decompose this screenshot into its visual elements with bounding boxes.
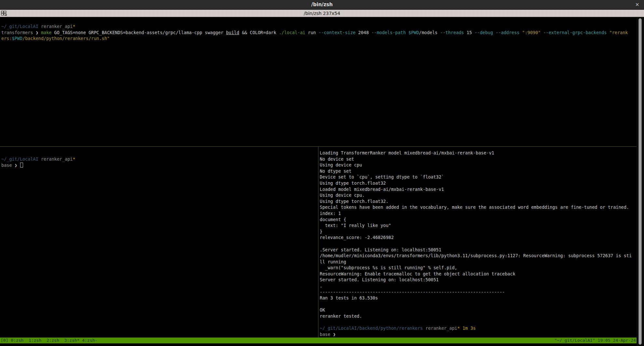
text-segment: /backend/python/rerankers/run.sh"	[22, 36, 110, 41]
text-segment: reranker_api	[41, 24, 73, 29]
text-segment	[423, 326, 425, 331]
text-segment: transformers	[1, 30, 36, 35]
terminal-line: Loaded model mixedbread-ai/mxbai-rerank-…	[320, 186, 637, 193]
text-segment: ❯	[15, 163, 20, 168]
pane-bottom-left[interactable]: ~/_git/LocalAI reranker_api* base ❯	[0, 147, 318, 338]
terminal-line: No dtype set	[320, 168, 637, 174]
prompt-input-line: base ❯	[320, 331, 637, 338]
text-segment: 1m 3s	[463, 326, 476, 331]
text-segment: ~/_git/LocalAI	[1, 156, 38, 162]
text-segment: $PWD	[12, 36, 23, 41]
window-title: /bin/zsh	[0, 2, 644, 7]
terminal-line: ll running	[320, 259, 637, 265]
terminal-line: Loading TransformerRanker model mixedbre…	[320, 150, 637, 156]
terminal-line: Special tokens have been added in the vo…	[320, 204, 637, 210]
tmux-status-bar: [0] 0:zsh 1:zsh 2:zsh 3:zsh* 4:zsh- "~/_…	[0, 338, 637, 343]
pane-right[interactable]: Loading TransformerRanker model mixedbre…	[318, 147, 637, 338]
terminal-line: /home/mudler/miniconda3/envs/transformer…	[320, 253, 637, 259]
text-segment: *	[73, 156, 75, 162]
text-segment: base	[1, 163, 15, 168]
terminal-line: Using dtype torch.float32.	[320, 198, 637, 205]
terminal-line: Ran 3 tests in 63.530s	[320, 295, 637, 301]
text-segment	[38, 24, 41, 29]
terminal-line: OK	[320, 307, 637, 313]
prompt-line: ~/_git/LocalAI reranker_api*	[1, 23, 637, 30]
terminal-line: ----------------------------------------…	[320, 289, 637, 295]
terminal-line: Server started. Listening on: localhost:…	[320, 277, 637, 283]
text-segment: --models-path	[371, 30, 406, 35]
terminal-line: Using device cpu	[320, 162, 637, 168]
text-segment: ./local-ai	[279, 30, 305, 35]
text-segment: 15	[464, 30, 475, 35]
terminal-line: text: "I really like you"	[320, 222, 637, 229]
terminal-line: reranker tested.	[320, 313, 637, 319]
terminal-line: Using device cpu.	[320, 192, 637, 198]
tab-bar[interactable]: /bin/zsh 237x54	[0, 10, 644, 17]
text-segment: --context-size	[318, 30, 356, 35]
text-segment	[406, 30, 409, 35]
terminal-line	[320, 241, 637, 247]
command-line-wrap: ers:$PWD/backend/python/rerankers/run.sh…	[1, 35, 637, 42]
terminal-line: _warn("subprocess %s is still running" %…	[320, 265, 637, 271]
prompt-text: base ❯	[1, 163, 20, 168]
terminal-line: document {	[320, 217, 637, 223]
text-segment: --threads	[440, 30, 464, 35]
text-segment: build	[226, 30, 239, 35]
text-segment: reranker_api	[41, 156, 73, 162]
prompt-input-line: base ❯	[1, 162, 318, 168]
text-segment: && COLOR=dark	[239, 30, 279, 35]
command-line: transformers ❯ make GO_TAGS=none GRPC_BA…	[1, 30, 637, 36]
prompt-line: ~/_git/LocalAI/backend/python/rerankers …	[320, 325, 637, 331]
terminal-line: .Server started. Listening on: localhost…	[320, 247, 637, 253]
prompt-line: ~/_git/LocalAI reranker_api*	[1, 156, 318, 162]
close-icon[interactable]: ×	[635, 1, 639, 7]
status-window-list[interactable]: [0] 0:zsh 1:zsh 2:zsh 3:zsh* 4:zsh-	[1, 338, 97, 343]
text-segment: run	[305, 30, 319, 35]
terminal-cursor	[20, 163, 23, 167]
window-titlebar: /bin/zsh ×	[0, 0, 644, 10]
tab-label[interactable]: /bin/zsh 237x54	[0, 11, 644, 16]
text-segment: --debug	[475, 30, 493, 35]
text-segment: *	[457, 326, 460, 331]
terminal-line: }	[320, 229, 637, 235]
text-segment: reranker_api	[425, 326, 457, 331]
terminal-content: ~/_git/LocalAI reranker_api* transformer…	[0, 17, 644, 346]
text-segment	[607, 30, 609, 35]
scrollbar-thumb[interactable]	[638, 18, 642, 345]
text-segment: 2048	[356, 30, 371, 35]
text-segment: --external-grpc-backends	[543, 30, 607, 35]
terminal-line: index: 1	[320, 210, 637, 217]
terminal-line: relevance_score: -2.46826982	[320, 234, 637, 241]
text-segment	[493, 30, 496, 35]
text-segment: base	[320, 332, 333, 337]
terminal-output: Loading TransformerRanker model mixedbre…	[320, 150, 637, 325]
terminal-line	[320, 319, 637, 326]
text-segment: --address	[496, 30, 519, 35]
text-segment: ❯	[36, 30, 41, 35]
text-segment: ~/_git/LocalAI	[1, 24, 38, 29]
text-segment: $PWD	[409, 30, 419, 35]
text-segment: *	[73, 24, 75, 29]
text-segment	[38, 156, 41, 162]
text-segment: make	[41, 30, 52, 35]
text-segment: ~/_git/LocalAI/backend/python/rerankers	[320, 326, 423, 331]
terminal-line: ResourceWarning: Enable tracemalloc to g…	[320, 271, 637, 277]
text-segment: ❯	[333, 332, 336, 337]
text-segment: GO_TAGS=none GRPC_BACKENDS=backend-asset…	[51, 30, 226, 35]
text-segment: "rerank	[610, 30, 628, 35]
text-segment: ":9090"	[522, 30, 541, 35]
scrollbar[interactable]	[637, 17, 644, 346]
terminal-line: No device set	[320, 156, 637, 162]
terminal-window: /bin/zsh × /bin/zsh 237x54 ~/_git/LocalA…	[0, 0, 644, 346]
text-segment	[460, 326, 463, 331]
status-right-info: "~/_git/LocalAI" 19:05 24-Apr-24	[555, 338, 636, 343]
text-segment: ers:	[1, 36, 12, 41]
terminal-line	[320, 301, 637, 307]
pane-top[interactable]: ~/_git/LocalAI reranker_api* transformer…	[0, 17, 637, 146]
terminal-line: .	[320, 283, 637, 289]
terminal-line: Device set to `cpu`, setting dtype to `f…	[320, 174, 637, 180]
terminal-line: Using dtype torch.float32	[320, 180, 637, 186]
text-segment: /models	[419, 30, 440, 35]
